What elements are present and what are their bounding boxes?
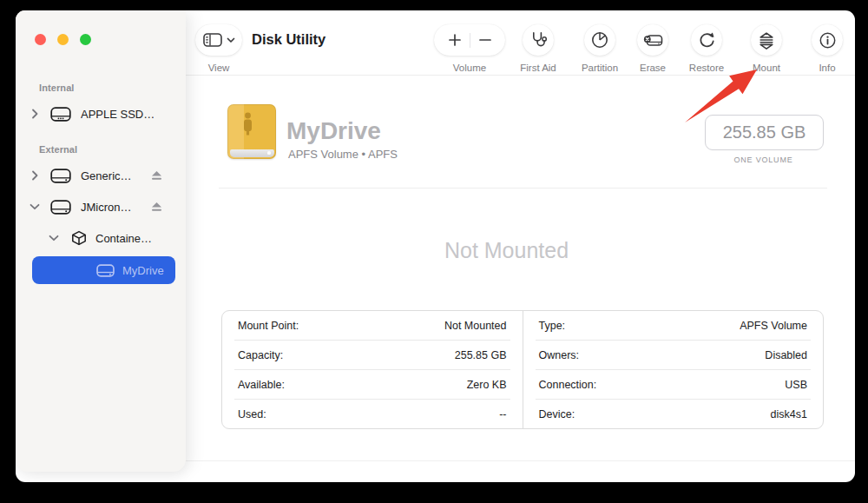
detail-label: Mount Point: — [238, 320, 299, 332]
detail-label: Type: — [539, 320, 566, 332]
detail-label: Used: — [238, 408, 266, 420]
chevron-right-icon[interactable] — [30, 170, 40, 181]
external-drive-icon — [50, 200, 71, 215]
sidebar-section-external: External — [39, 144, 77, 155]
sidebar-item-label: Generic… — [81, 169, 132, 182]
pie-chart-icon — [591, 31, 608, 49]
erase-button-label: Erase — [622, 63, 683, 73]
mount-status-text: Not Mounted — [186, 238, 827, 263]
sidebar-item-generic[interactable]: Generic… — [24, 165, 177, 186]
view-button-label: View — [195, 63, 242, 73]
erase-button[interactable] — [637, 24, 668, 56]
external-drive-icon — [50, 169, 71, 183]
volume-subtitle: APFS Volume • APFS — [288, 148, 398, 161]
partition-button[interactable] — [584, 24, 615, 56]
first-aid-button[interactable] — [523, 24, 554, 56]
disk-utility-window: Internal APPLE SSD… External Generic… — [16, 10, 855, 482]
mount-button-label: Mount — [736, 63, 797, 73]
detail-row-device: Device: disk4s1 — [536, 400, 812, 428]
app-title: Disk Utility — [252, 31, 326, 48]
stethoscope-icon — [529, 30, 548, 50]
detail-row-available: Available: Zero KB — [234, 370, 510, 400]
sidebar-item-container[interactable]: Containe… — [24, 228, 177, 248]
detail-value: Disabled — [765, 349, 807, 361]
sidebar-item-label: APPLE SSD… — [81, 108, 155, 121]
detail-value: Not Mounted — [444, 320, 507, 332]
details-column-right: Type: APFS Volume Owners: Disabled Conne… — [523, 311, 824, 428]
drive-erase-icon — [643, 32, 663, 48]
partition-button-label: Partition — [569, 63, 630, 73]
details-panel: Mount Point: Not Mounted Capacity: 255.8… — [221, 310, 824, 429]
details-column-left: Mount Point: Not Mounted Capacity: 255.8… — [222, 311, 523, 428]
sidebar: Internal APPLE SSD… External Generic… — [16, 10, 186, 472]
main-content: MyDrive APFS Volume • APFS 255.85 GB ONE… — [186, 76, 855, 482]
size-badge: 255.85 GB — [705, 115, 824, 150]
detail-row-used: Used: -- — [234, 400, 510, 428]
sidebar-item-mydrive-selected[interactable]: MyDrive — [32, 256, 175, 284]
view-button[interactable] — [195, 24, 242, 56]
chevron-down-icon[interactable] — [30, 202, 40, 212]
chevron-down-icon — [227, 37, 235, 43]
detail-row-type: Type: APFS Volume — [536, 311, 812, 341]
bottom-divider — [186, 460, 855, 461]
close-window-button[interactable] — [35, 34, 46, 45]
zoom-window-button[interactable] — [80, 34, 91, 45]
sidebar-item-apple-ssd[interactable]: APPLE SSD… — [24, 103, 177, 124]
detail-value: APFS Volume — [740, 320, 807, 332]
volume-icon — [96, 264, 115, 277]
detail-value: disk4s1 — [771, 408, 807, 420]
detail-label: Available: — [238, 379, 285, 391]
header-divider — [219, 188, 827, 189]
eject-icon[interactable] — [151, 170, 162, 181]
drive-base — [230, 149, 274, 157]
detail-row-owners: Owners: Disabled — [536, 341, 812, 370]
detail-label: Device: — [539, 408, 575, 420]
detail-row-connection: Connection: USB — [536, 370, 812, 400]
add-volume-button[interactable] — [440, 27, 464, 53]
detail-value: Zero KB — [467, 379, 507, 391]
info-button[interactable] — [812, 24, 843, 56]
internal-drive-icon — [50, 107, 71, 122]
sidebar-item-jmicron[interactable]: JMicron… — [24, 196, 177, 217]
detail-label: Connection: — [539, 379, 597, 391]
detail-label: Capacity: — [238, 349, 283, 361]
detail-label: Owners: — [539, 349, 580, 361]
restore-button[interactable] — [691, 24, 722, 56]
sidebar-toggle-icon — [203, 33, 222, 47]
chevron-right-icon[interactable] — [30, 109, 40, 119]
user-silhouette-icon — [242, 112, 253, 136]
mount-stack-icon — [758, 30, 775, 50]
detail-value: USB — [785, 379, 807, 391]
sidebar-item-label: Containe… — [95, 232, 152, 245]
remove-volume-button[interactable] — [476, 27, 500, 53]
volume-button-label: Volume — [434, 63, 505, 73]
sidebar-item-label: JMicron… — [81, 201, 132, 214]
volume-title: MyDrive — [286, 117, 381, 145]
restore-button-label: Restore — [676, 63, 737, 73]
mount-button[interactable] — [751, 24, 782, 56]
info-circle-icon — [819, 31, 837, 50]
chevron-down-icon[interactable] — [49, 233, 59, 243]
detail-row-capacity: Capacity: 255.85 GB — [234, 341, 510, 370]
minimize-window-button[interactable] — [57, 34, 69, 45]
undo-arrow-icon — [698, 31, 716, 50]
volume-button-group — [434, 24, 505, 56]
sidebar-section-internal: Internal — [39, 83, 75, 93]
eject-icon[interactable] — [151, 202, 162, 212]
size-caption: ONE VOLUME — [705, 156, 822, 164]
sidebar-item-label: MyDrive — [122, 264, 164, 277]
volume-badge-icon — [227, 104, 276, 159]
divider — [470, 33, 470, 48]
info-button-label: Info — [797, 63, 858, 73]
container-icon — [71, 230, 87, 246]
detail-value: -- — [499, 408, 506, 420]
detail-row-mount-point: Mount Point: Not Mounted — [234, 311, 510, 341]
first-aid-button-label: First Aid — [508, 63, 569, 73]
detail-value: 255.85 GB — [455, 349, 507, 361]
